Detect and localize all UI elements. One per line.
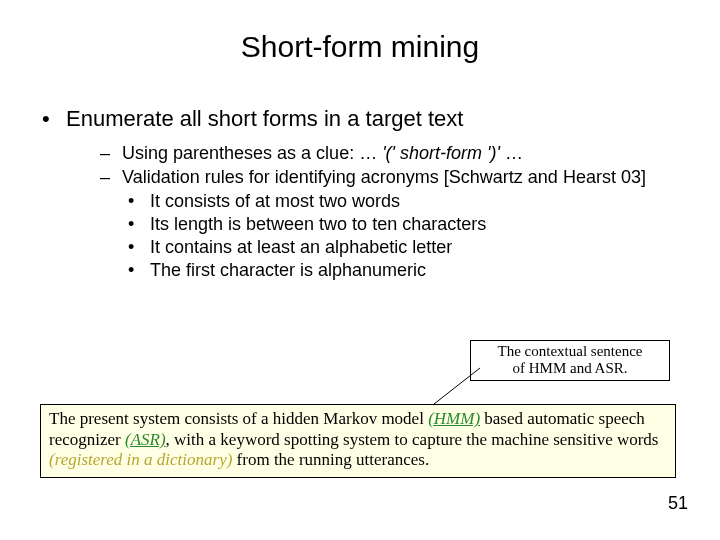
sub1-italic: '(' short-form ')' [382, 143, 500, 163]
bullet-dot-icon: • [36, 106, 66, 132]
bullet-dot-icon: • [128, 259, 150, 282]
slide-title: Short-form mining [0, 30, 720, 64]
rule-list: • It consists of at most two words • Its… [100, 190, 690, 282]
bullet-dot-icon: • [128, 213, 150, 236]
bullet-dot-icon: • [128, 236, 150, 259]
sub-bullet-1-text: Using parentheses as a clue: … '(' short… [122, 142, 690, 165]
bullet-dot-icon: • [128, 190, 150, 213]
rule-1: • It consists of at most two words [128, 190, 690, 213]
example-gold: (registered in a dictionary) [49, 450, 232, 469]
callout-box: The contextual sentence of HMM and ASR. [470, 340, 670, 381]
page-number: 51 [668, 493, 688, 514]
bullet-level1: • Enumerate all short forms in a target … [36, 106, 690, 132]
rule-4: • The first character is alphanumeric [128, 259, 690, 282]
example-green1: (HMM) [428, 409, 480, 428]
content-area: • Enumerate all short forms in a target … [0, 106, 720, 282]
dash-icon: – [100, 166, 122, 189]
rule-2: • Its length is between two to ten chara… [128, 213, 690, 236]
rule-3: • It contains at least an alphabetic let… [128, 236, 690, 259]
example-box: The present system consists of a hidden … [40, 404, 676, 478]
sub-bullet-2: – Validation rules for identifying acron… [100, 166, 690, 189]
dash-icon: – [100, 142, 122, 165]
example-part3: , with a keyword spotting system to capt… [166, 430, 659, 449]
sub1-suffix: … [500, 143, 523, 163]
rule-3-text: It contains at least an alphabetic lette… [150, 236, 452, 259]
sub-bullet-2-text: Validation rules for identifying acronym… [122, 166, 690, 189]
callout-line2: of HMM and ASR. [512, 360, 627, 376]
rule-1-text: It consists of at most two words [150, 190, 400, 213]
rule-2-text: Its length is between two to ten charact… [150, 213, 486, 236]
connector-line-icon [432, 366, 482, 406]
sub1-prefix: Using parentheses as a clue: … [122, 143, 382, 163]
example-green2: (ASR) [125, 430, 166, 449]
example-part1: The present system consists of a hidden … [49, 409, 428, 428]
svg-line-0 [434, 368, 480, 404]
callout-line1: The contextual sentence [498, 343, 643, 359]
bullet-text: Enumerate all short forms in a target te… [66, 106, 463, 132]
rule-4-text: The first character is alphanumeric [150, 259, 426, 282]
example-part4: from the running utterances. [232, 450, 429, 469]
sub-bullets: – Using parentheses as a clue: … '(' sho… [36, 142, 690, 282]
sub-bullet-1: – Using parentheses as a clue: … '(' sho… [100, 142, 690, 165]
